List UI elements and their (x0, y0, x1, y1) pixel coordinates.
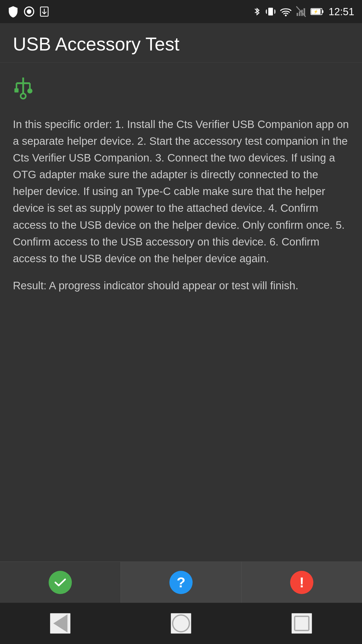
home-button[interactable] (171, 613, 191, 634)
instructions-text: In this specific order: 1. Install the C… (13, 116, 349, 267)
svg-point-9 (285, 15, 287, 16)
page-title: USB Accessory Test (13, 33, 349, 55)
fail-button[interactable]: ! (242, 562, 362, 603)
back-button[interactable] (50, 613, 71, 634)
back-icon (53, 614, 67, 632)
usb-icon (13, 75, 349, 106)
svg-rect-11 (299, 11, 300, 16)
status-bar-left (8, 6, 49, 18)
bottom-action-bar: ? ! (0, 562, 362, 603)
app-bar: USB Accessory Test (0, 23, 362, 63)
svg-rect-16 (322, 10, 323, 13)
battery-icon: ⚡ (311, 7, 324, 16)
info-button[interactable]: ? (121, 562, 242, 603)
svg-point-24 (27, 88, 32, 94)
svg-point-1 (27, 9, 31, 14)
recents-icon (294, 616, 309, 631)
fail-icon: ! (290, 571, 313, 594)
download-icon (40, 6, 49, 17)
record-icon (24, 6, 35, 17)
status-bar: ⚡ 12:51 (0, 0, 362, 23)
svg-text:⚡: ⚡ (314, 10, 318, 14)
pass-button[interactable] (0, 562, 121, 603)
svg-rect-4 (268, 8, 273, 15)
shield-icon (8, 6, 19, 18)
nav-bar (0, 603, 362, 644)
svg-rect-22 (14, 88, 19, 92)
home-icon (172, 614, 190, 632)
bluetooth-icon (253, 6, 261, 17)
signal-off-icon (296, 6, 306, 17)
result-text: Result: A progress indicator should appe… (13, 277, 349, 294)
main-content: In this specific order: 1. Install the C… (0, 63, 362, 307)
vibrate-icon (266, 6, 275, 17)
info-icon: ? (169, 571, 193, 594)
wifi-icon (280, 7, 291, 16)
svg-point-25 (21, 94, 26, 99)
recents-button[interactable] (291, 613, 312, 634)
svg-rect-10 (297, 13, 298, 16)
status-bar-right: ⚡ 12:51 (253, 6, 354, 18)
status-time: 12:51 (329, 6, 354, 18)
pass-icon (49, 571, 72, 594)
